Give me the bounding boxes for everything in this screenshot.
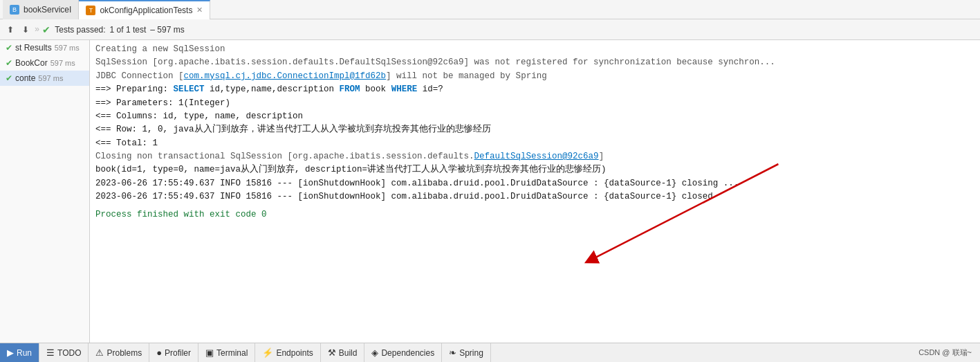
log-line-12: 2023-06-26 17:55:49.637 INFO 15816 --- [… bbox=[95, 190, 974, 203]
log-line-exit: Process finished with exit code 0 bbox=[95, 208, 974, 221]
status-label: Tests passed: bbox=[55, 25, 105, 35]
terminal-label: Terminal bbox=[216, 348, 248, 358]
session-link[interactable]: DefaultSqlSession@92c6a9 bbox=[474, 152, 599, 161]
todo-icon: ☰ bbox=[46, 347, 55, 358]
check-icon-results: ✔ bbox=[6, 43, 12, 53]
status-right-text: CSDN @ 联瑞~ bbox=[918, 347, 980, 358]
log-line-8: <== Total: 1 bbox=[95, 137, 974, 150]
console-area: Creating a new SqlSession SqlSession [or… bbox=[90, 40, 980, 343]
status-item-todo[interactable]: ☰ TODO bbox=[39, 343, 89, 362]
build-label: Build bbox=[339, 348, 358, 358]
status-item-run[interactable]: ▶ Run bbox=[0, 343, 39, 362]
toolbar-separator: » bbox=[35, 25, 39, 35]
tab-bookconfig[interactable]: T okConfigApplicationTests ✕ bbox=[79, 0, 210, 19]
todo-label: TODO bbox=[57, 348, 81, 358]
log-line-9: Closing non transactional SqlSession [or… bbox=[95, 150, 974, 163]
sql-keyword-from: FROM bbox=[340, 84, 360, 94]
sort-desc-button[interactable]: ⬇ bbox=[19, 24, 32, 36]
left-label-results: st Results bbox=[15, 43, 52, 53]
left-label-bookcor: BookCor bbox=[15, 58, 48, 68]
profiler-label: Profiler bbox=[165, 348, 191, 358]
left-item-bookcor[interactable]: ✔ BookCor 597 ms bbox=[0, 55, 89, 71]
spring-label: Spring bbox=[459, 348, 483, 358]
status-item-dependencies[interactable]: ◈ Dependencies bbox=[364, 343, 442, 362]
status-item-spring[interactable]: ❧ Spring bbox=[442, 343, 491, 362]
left-ms-bookcor: 597 ms bbox=[50, 59, 75, 67]
terminal-icon: ▣ bbox=[205, 347, 214, 358]
status-item-profiler[interactable]: ● Profiler bbox=[149, 343, 198, 362]
tab-bookservice[interactable]: B bookServiceI bbox=[3, 0, 79, 19]
log-line-10: book(id=1, type=0, name=java从入门到放弃, desc… bbox=[95, 163, 974, 177]
duration: – 597 ms bbox=[150, 25, 184, 35]
sql-keyword-select: SELECT bbox=[174, 84, 205, 94]
tab-icon-bookconfig: T bbox=[86, 6, 95, 15]
log-line-7: <== Row: 1, 0, java从入门到放弃，讲述当代打工人从入学被坑到弃… bbox=[95, 123, 974, 136]
status-item-problems[interactable]: ⚠ Problems bbox=[89, 343, 149, 362]
log-line-6: <== Columns: id, type, name, description bbox=[95, 110, 974, 123]
log-line-2: SqlSession [org.apache.ibatis.session.de… bbox=[95, 56, 974, 69]
problems-label: Problems bbox=[107, 348, 142, 358]
run-label: Run bbox=[17, 348, 32, 358]
spring-icon: ❧ bbox=[449, 347, 456, 358]
tab-label-bookconfig: okConfigApplicationTests bbox=[100, 6, 192, 15]
left-ms-conte: 597 ms bbox=[38, 74, 63, 82]
log-line-11: 2023-06-26 17:55:49.637 INFO 15816 --- [… bbox=[95, 177, 974, 190]
left-item-conte[interactable]: ✔ conte 597 ms bbox=[0, 71, 89, 86]
tab-icon-bookservice: B bbox=[10, 5, 19, 15]
problems-icon: ⚠ bbox=[95, 347, 104, 358]
sort-asc-button[interactable]: ⬆ bbox=[4, 24, 17, 36]
status-item-build[interactable]: ⚒ Build bbox=[321, 343, 365, 362]
left-label-conte: conte bbox=[15, 73, 35, 83]
dependencies-icon: ◈ bbox=[371, 347, 378, 358]
toolbar-status: ✔ Tests passed: 1 of 1 test – 597 ms bbox=[42, 24, 184, 35]
left-ms-results: 597 ms bbox=[55, 44, 80, 52]
check-icon-bookcor: ✔ bbox=[6, 58, 12, 68]
pass-count: 1 of 1 test bbox=[110, 25, 147, 35]
dependencies-label: Dependencies bbox=[381, 348, 434, 358]
endpoints-icon: ⚡ bbox=[262, 347, 273, 358]
log-line-4: ==> Preparing: SELECT id,type,name,descr… bbox=[95, 83, 974, 96]
status-item-endpoints[interactable]: ⚡ Endpoints bbox=[255, 343, 320, 362]
endpoints-label: Endpoints bbox=[276, 348, 313, 358]
pass-icon: ✔ bbox=[42, 24, 50, 35]
log-line-1: Creating a new SqlSession bbox=[95, 43, 974, 56]
tab-bar: B bookServiceI T okConfigApplicationTest… bbox=[0, 0, 980, 19]
status-item-terminal[interactable]: ▣ Terminal bbox=[198, 343, 255, 362]
tab-label-bookservice: bookServiceI bbox=[24, 5, 71, 15]
left-item-results[interactable]: ✔ st Results 597 ms bbox=[0, 40, 89, 55]
main-area: ✔ st Results 597 ms ✔ BookCor 597 ms ✔ c… bbox=[0, 40, 980, 343]
build-icon: ⚒ bbox=[328, 347, 336, 358]
log-line-3: JDBC Connection [com.mysql.cj.jdbc.Conne… bbox=[95, 70, 974, 83]
sql-keyword-where: WHERE bbox=[391, 84, 418, 94]
run-icon: ▶ bbox=[7, 347, 14, 358]
toolbar: ⬆ ⬇ » ✔ Tests passed: 1 of 1 test – 597 … bbox=[0, 19, 980, 40]
check-icon-conte: ✔ bbox=[6, 73, 12, 83]
log-line-5: ==> Parameters: 1(Integer) bbox=[95, 97, 974, 110]
status-bar: ▶ Run ☰ TODO ⚠ Problems ● Profiler ▣ Ter… bbox=[0, 343, 980, 362]
profiler-icon: ● bbox=[156, 347, 162, 358]
left-panel: ✔ st Results 597 ms ✔ BookCor 597 ms ✔ c… bbox=[0, 40, 90, 343]
jdbc-link[interactable]: com.mysql.cj.jdbc.ConnectionImpl@1fd62b bbox=[184, 71, 387, 81]
close-tab-button[interactable]: ✕ bbox=[196, 6, 203, 15]
